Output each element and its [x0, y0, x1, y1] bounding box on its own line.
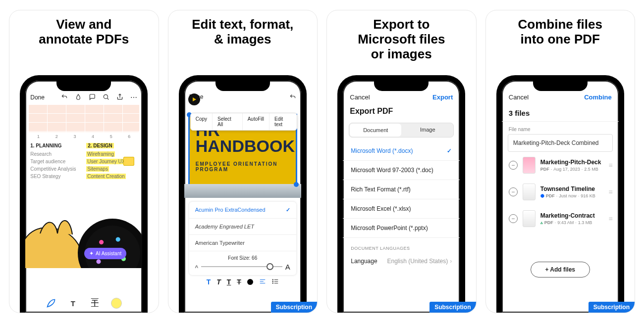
popover-edittext[interactable]: Edit text	[269, 113, 297, 130]
notch	[215, 80, 270, 91]
list-item: SEO Strategy	[30, 174, 60, 179]
page-title: Export PDF	[343, 104, 460, 119]
file-row: − Marketing-Pitch-Deck PDF·Aug 17, 2023·…	[502, 152, 619, 179]
promo-card-3: Export to Microsoft files or images Canc…	[326, 10, 477, 313]
pen-tool-icon[interactable]	[45, 297, 57, 310]
text-selection-popover: Copy Select All AutoFill Edit text	[190, 113, 297, 131]
slider-min-icon: A	[195, 264, 198, 269]
segment-image[interactable]: Image	[402, 123, 453, 137]
promo-card-2: Edit text, format, & images Done Copy Se…	[168, 10, 318, 313]
notch	[374, 80, 429, 91]
app-badge-icon	[188, 93, 200, 105]
ai-assistant-chip[interactable]: AI Assistant	[84, 248, 126, 259]
subscription-badge: Subscription	[271, 302, 317, 313]
cancel-button[interactable]: Cancel	[509, 93, 529, 101]
remove-file-button[interactable]: −	[509, 187, 518, 196]
filename-field[interactable]: Marketing-Pitch-Deck Combined	[508, 134, 613, 152]
doc-title-line-2: HANDBOOK	[196, 138, 290, 154]
headline-4: Combine files into one PDF	[514, 10, 606, 51]
column-numbers: 1 2 3 4 5 6	[25, 132, 142, 143]
screen-export: Cancel Export Export PDF Document Image …	[343, 81, 460, 313]
promo-card-1: View and annotate PDFs Done ⋯	[9, 10, 159, 313]
undo-icon[interactable]	[289, 93, 296, 102]
remove-file-button[interactable]: −	[509, 161, 518, 170]
file-name: Townsend Timeline	[540, 185, 604, 192]
export-button[interactable]: Export	[432, 93, 453, 101]
segment-document[interactable]: Document	[350, 124, 401, 137]
toolbar-icons: ⋯	[61, 93, 137, 101]
headline-2: Edit text, format, & images	[188, 10, 297, 51]
svg-point-1	[272, 279, 273, 280]
add-files-button[interactable]: Add files	[531, 262, 590, 277]
file-name: Marketing-Pitch-Deck	[540, 159, 604, 166]
format-option[interactable]: Microsoft Word (*.docx)	[343, 141, 460, 161]
file-thumbnail-icon	[523, 157, 536, 174]
svg-point-0	[104, 94, 108, 98]
text-tool-icon[interactable]: T	[66, 297, 79, 310]
popover-autofill[interactable]: AutoFill	[243, 113, 269, 130]
done-button[interactable]: Done	[30, 94, 45, 101]
color-swatch-icon[interactable]	[247, 279, 253, 285]
planning-header: 1. PLANNING	[30, 143, 81, 148]
drag-handle-icon[interactable]: ≡	[609, 188, 612, 196]
popover-copy[interactable]: Copy	[191, 113, 213, 130]
search-icon[interactable]	[103, 93, 109, 101]
list-item: Content Creation	[86, 174, 126, 179]
language-label: Language	[351, 258, 377, 265]
sticky-note-icon[interactable]	[123, 157, 134, 166]
svg-point-2	[272, 281, 273, 281]
file-row: − Townsend Timeline ⬢PDF·Just now·916 KB…	[502, 179, 619, 205]
page-title: 3 files	[502, 104, 619, 122]
format-option[interactable]: Microsoft Word 97-2003 (*.doc)	[343, 161, 460, 180]
filename-label: File name	[502, 122, 619, 134]
popover-selectall[interactable]: Select All	[213, 113, 243, 130]
strike-icon[interactable]: T	[237, 278, 241, 286]
list-item: Competitive Analysis	[30, 166, 76, 172]
language-row[interactable]: Language English (United States)›	[343, 253, 460, 270]
spreadsheet-strip	[28, 104, 139, 132]
font-option[interactable]: Acumin Pro ExtraCondensed	[189, 202, 296, 219]
drag-handle-icon[interactable]: ≡	[609, 161, 612, 169]
photo-strip	[184, 184, 301, 198]
phone-mock-1: Done ⋯ 1 2 3 4 5	[20, 75, 148, 313]
cancel-button[interactable]: Cancel	[350, 93, 370, 101]
segmented-control[interactable]: Document Image	[349, 123, 454, 138]
share-icon[interactable]	[116, 93, 123, 101]
highlight-color-swatch[interactable]	[110, 297, 123, 310]
font-option[interactable]: Academy Engraved LET	[189, 219, 296, 235]
font-size-slider[interactable]: A A	[189, 262, 296, 275]
font-option[interactable]: American Typewriter	[189, 235, 296, 251]
list-item: Research	[30, 151, 52, 157]
underline-icon[interactable]: T	[227, 278, 231, 286]
phone-mock-4: Cancel Combine 3 files File name Marketi…	[496, 75, 624, 313]
form-tool-icon[interactable]: 干	[88, 297, 101, 310]
slider-max-icon: A	[285, 263, 290, 271]
screen-annotate: Done ⋯ 1 2 3 4 5	[25, 81, 142, 313]
align-icon[interactable]	[259, 278, 266, 286]
format-option[interactable]: Rich Text Format (*.rtf)	[343, 180, 460, 199]
headline-3: Export to Microsoft files or images	[354, 10, 449, 66]
format-option[interactable]: Microsoft Excel (*.xlsx)	[343, 199, 460, 219]
remove-file-button[interactable]: −	[509, 214, 518, 223]
bold-icon[interactable]: T	[207, 278, 211, 286]
svg-point-3	[272, 283, 273, 283]
font-picker-panel: Acumin Pro ExtraCondensed Academy Engrav…	[189, 202, 296, 275]
combine-button[interactable]: Combine	[584, 93, 612, 101]
ink-icon[interactable]	[75, 93, 82, 101]
file-row: − Marketing-Contract ▵PDF·9:43 AM·1.3 MB…	[502, 205, 619, 232]
doc-subtitle: EMPLOYEE ORIENTATION PROGRAM	[196, 161, 290, 172]
language-value: English (United States)	[387, 258, 448, 265]
list-item: Sitemaps	[86, 166, 109, 172]
list-item: User Journey UX	[86, 159, 126, 164]
more-icon[interactable]: ⋯	[130, 93, 137, 101]
comment-icon[interactable]	[89, 93, 96, 101]
screen-edit: Done Copy Select All AutoFill Edit text …	[184, 81, 301, 313]
selection-handle-icon[interactable]	[294, 182, 299, 187]
italic-icon[interactable]: T	[216, 278, 221, 286]
slider-knob[interactable]	[267, 263, 273, 270]
undo-icon[interactable]	[61, 93, 68, 101]
format-option[interactable]: Microsoft PowerPoint (*.pptx)	[343, 219, 460, 238]
drag-handle-icon[interactable]: ≡	[609, 215, 612, 223]
list-icon[interactable]	[272, 278, 279, 286]
file-thumbnail-icon	[523, 210, 536, 227]
